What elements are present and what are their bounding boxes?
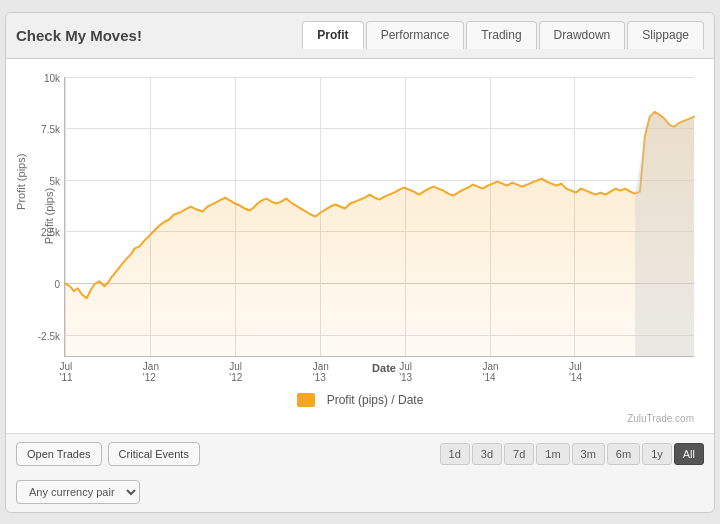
bottom-controls: Open Trades Critical Events 1d 3d 7d 1m … [6,433,714,474]
critical-events-button[interactable]: Critical Events [108,442,200,466]
time-1y[interactable]: 1y [642,443,672,465]
tab-slippage[interactable]: Slippage [627,21,704,49]
chart-legend: Profit (pips) / Date [16,387,704,411]
header: Check My Moves! Profit Performance Tradi… [6,13,714,59]
tab-profit[interactable]: Profit [302,21,363,49]
x-axis-label: Date [64,362,704,374]
time-3m[interactable]: 3m [572,443,605,465]
time-range-selector: 1d 3d 7d 1m 3m 6m 1y All [440,443,704,465]
currency-pair-row: Any currency pair EUR/USD GBP/USD USD/JP… [16,480,714,504]
tab-trading[interactable]: Trading [466,21,536,49]
time-3d[interactable]: 3d [472,443,502,465]
chart-wrapper: Profit (pips) Profit (pips) 10k 7.5k 5k … [16,77,704,387]
time-6m[interactable]: 6m [607,443,640,465]
profit-line-chart [65,77,694,356]
tab-performance[interactable]: Performance [366,21,465,49]
time-7d[interactable]: 7d [504,443,534,465]
credit-text: ZuluTrade.com [16,411,704,428]
y-axis-label: Profit (pips) [15,153,27,209]
chart-inner: Profit (pips) 10k 7.5k 5k 2.5k 0 [64,77,694,357]
legend-label: Profit (pips) / Date [327,393,424,407]
time-1m[interactable]: 1m [536,443,569,465]
page-title: Check My Moves! [16,27,302,44]
main-container: Check My Moves! Profit Performance Tradi… [5,12,715,513]
time-1d[interactable]: 1d [440,443,470,465]
currency-pair-select[interactable]: Any currency pair EUR/USD GBP/USD USD/JP… [16,480,140,504]
tab-bar: Profit Performance Trading Drawdown Slip… [302,21,704,49]
tab-drawdown[interactable]: Drawdown [539,21,626,49]
time-all[interactable]: All [674,443,704,465]
open-trades-button[interactable]: Open Trades [16,442,102,466]
legend-color-box [297,393,315,407]
chart-area: Profit (pips) Profit (pips) 10k 7.5k 5k … [6,59,714,433]
